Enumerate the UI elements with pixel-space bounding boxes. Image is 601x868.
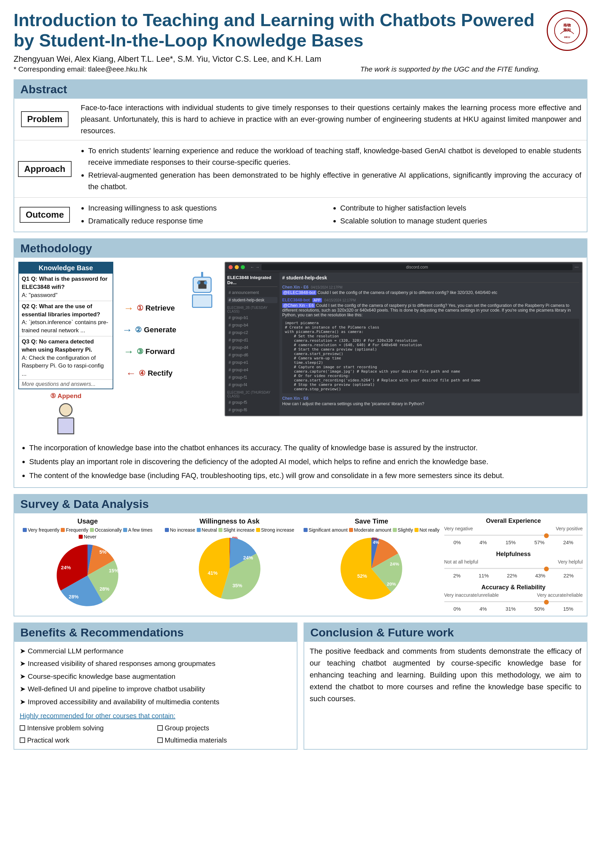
usage-pie: 5% 15% 28% 28% 24% xyxy=(53,542,121,609)
svg-text:24%: 24% xyxy=(390,561,399,566)
willingness-pie: 0% 24% 35% 41% xyxy=(196,535,264,603)
msg1-user: Chen Xin - E6 xyxy=(282,285,308,289)
problem-label: Problem xyxy=(21,111,69,127)
usage-legend: Very frequently Frequently Occasionally … xyxy=(18,527,157,539)
channel-b4[interactable]: # group-b4 xyxy=(227,322,278,328)
overall-right: Very positive xyxy=(556,526,583,531)
method-bullet-2: Students play an important role in disco… xyxy=(29,456,580,468)
channel-d6[interactable]: # group-d6 xyxy=(227,352,278,358)
acc-v1: 4% xyxy=(480,606,487,612)
authors: Zhengyuan Wei, Alex Kiang, Albert T.L. L… xyxy=(14,54,540,64)
survey-content: Usage Very frequently Frequently Occasio… xyxy=(14,513,587,616)
usage-title: Usage xyxy=(77,518,98,525)
methodology-bullets: The incorporation of knowledge base into… xyxy=(14,439,587,487)
help-v3: 43% xyxy=(535,573,545,579)
discord-chat: # student-help-desk Chen Xin - E6 04/15/… xyxy=(279,272,582,416)
legend-never: Never xyxy=(79,534,96,539)
outcome-col2-item2: Scalable solution to manage student quer… xyxy=(340,215,581,227)
checkbox-group: Group projects xyxy=(157,723,292,733)
checkbox-box-practical xyxy=(20,737,25,743)
discord-topbar: ← → discord.com ⋯ xyxy=(225,262,582,272)
methodology-bullet-list: The incorporation of knowledge base into… xyxy=(21,442,580,482)
kb-entry-2: Q2 Q: What are the use of essential libr… xyxy=(19,301,113,337)
help-v2: 22% xyxy=(507,573,517,579)
legend-strong-increase: Strong increase xyxy=(256,527,294,533)
flow-step-rectify: ← ④ Rectify xyxy=(126,367,172,379)
channel-student-help[interactable]: # student-help-desk xyxy=(227,297,278,303)
channel-category-2b: ELEC3848_2B (TUESDAY CLASS) xyxy=(227,306,278,313)
kb-more: More questions and answers... xyxy=(19,380,113,388)
channel-e1[interactable]: # group-e1 xyxy=(227,359,278,365)
person-figure xyxy=(57,403,74,434)
channel-announcement[interactable]: # announcement xyxy=(227,289,278,295)
problem-content: Face-to-face interactions with individua… xyxy=(75,99,587,140)
checkbox-box-intensive xyxy=(20,725,25,731)
person-head-icon xyxy=(59,403,73,417)
corresponding: * Corresponding email: tlalee@eee.hku.hk xyxy=(14,65,147,73)
overall-experience-rating: Overall Experience Very negative Very po… xyxy=(444,518,583,545)
benefit-5: Improved accessibility and availability … xyxy=(20,696,291,708)
legend-occasionally: Occasionally xyxy=(90,527,122,533)
legend-very-frequently: Very frequently xyxy=(23,527,59,533)
accuracy-values: 0% 4% 31% 50% 15% xyxy=(444,606,583,612)
channel-f5[interactable]: # group-f5 xyxy=(227,399,278,405)
flow-area: → ① Retrieve → ② Generate → ③ Forward ← … xyxy=(119,262,180,379)
approach-content: To enrich students' learning experience … xyxy=(75,140,587,197)
legend-frequently: Frequently xyxy=(61,527,88,533)
svg-text:28%: 28% xyxy=(100,586,110,592)
channel-b1[interactable]: # group-b1 xyxy=(227,315,278,321)
discord-main: ELEC3848 Integrated De... # announcement… xyxy=(225,272,582,416)
channel-c2[interactable]: # group-c2 xyxy=(227,330,278,336)
legend-significant: Significant amount xyxy=(304,527,348,533)
append-label: ⑤ Append xyxy=(50,389,81,400)
outcome-row: Outcome Increasing willingness to ask qu… xyxy=(14,198,587,231)
help-v4: 22% xyxy=(563,573,574,579)
ratings-block: Overall Experience Very negative Very po… xyxy=(444,518,583,612)
helpfulness-title: Helpfulness xyxy=(444,551,583,558)
discord-sidebar: ELEC3848 Integrated De... # announcement… xyxy=(225,272,279,416)
overall-title: Overall Experience xyxy=(444,518,583,525)
bottom-row: Benefits & Recommendations Commercial LL… xyxy=(14,623,587,750)
svg-text:35%: 35% xyxy=(232,583,242,588)
close-dot xyxy=(229,265,233,269)
benefit-2: Increased visibility of shared responses… xyxy=(20,658,291,669)
fullscreen-dot xyxy=(241,265,245,269)
svg-text:格物: 格物 xyxy=(563,23,571,27)
abstract-header: Abstract xyxy=(14,80,587,99)
save-time-pie: 4% 24% 20% 52% 0% xyxy=(337,535,405,603)
msg3-text: How can I adjust the camera settings usi… xyxy=(282,402,579,406)
code-block: import picamera # Create an instance of … xyxy=(282,319,579,393)
channel-e4[interactable]: # group-e4 xyxy=(227,367,278,373)
benefits-highlight: Highly recommended for other courses tha… xyxy=(20,710,291,721)
svg-text:52%: 52% xyxy=(357,573,367,579)
discord-url-bar: discord.com xyxy=(261,264,572,270)
approach-item-2: Retrieval-augmented generation has been … xyxy=(88,169,581,193)
accuracy-left: Very inaccurate/unreliable xyxy=(444,592,499,598)
overall-v3: 57% xyxy=(534,539,545,545)
svg-text:41%: 41% xyxy=(207,570,217,576)
abstract-section: Abstract Problem Face-to-face interactio… xyxy=(14,79,587,233)
channel-d4[interactable]: # group-d4 xyxy=(227,344,278,350)
bot-head-icon: ⬛ xyxy=(193,277,212,293)
helpfulness-right: Very helpful xyxy=(558,559,583,565)
browser-icons: ⋯ xyxy=(575,265,579,270)
discord-screenshot: ← → discord.com ⋯ ELEC3848 Integrated De… xyxy=(224,262,583,416)
helpfulness-scale: Not at all helpful Very helpful xyxy=(444,559,583,565)
channel-d1[interactable]: # group-d1 xyxy=(227,337,278,343)
user-mention: @Chen Xin - E6 xyxy=(282,303,315,308)
conclusion-header: Conclusion & Future work xyxy=(304,623,587,642)
channel-f6[interactable]: # group-f6 xyxy=(227,407,278,413)
legend-slight-increase: Slight increase xyxy=(218,527,255,533)
checkbox-label-practical: Practical work xyxy=(27,735,69,746)
outcome-col2: Contribute to higher satisfaction levels… xyxy=(333,203,581,228)
outcome-content: Increasing willingness to ask questions … xyxy=(75,198,587,231)
kb-header: Knowledge Base xyxy=(19,262,113,274)
channel-f4[interactable]: # group-f4 xyxy=(227,382,278,388)
overall-scale: Very negative Very positive xyxy=(444,526,583,531)
svg-text:28%: 28% xyxy=(69,594,79,600)
help-v1: 11% xyxy=(479,573,489,579)
helpfulness-left: Not at all helpful xyxy=(444,559,478,565)
header: Introduction to Teaching and Learning wi… xyxy=(14,10,587,73)
legend-neutral: Neutral xyxy=(197,527,217,533)
channel-f1[interactable]: # group-f1 xyxy=(227,374,278,381)
